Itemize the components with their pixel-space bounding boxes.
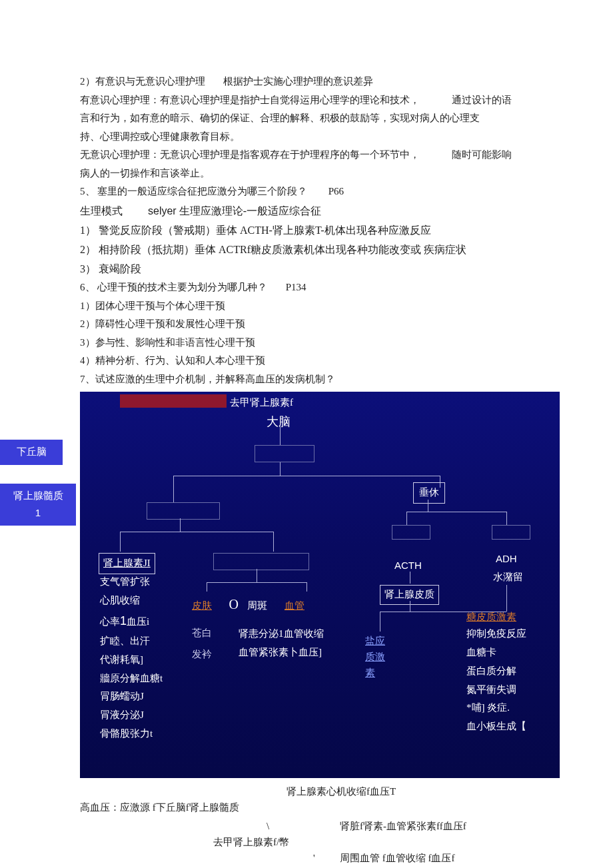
tag-number: 1 <box>5 504 71 522</box>
mid-row: 皮肤 O 周斑 血管 <box>192 593 305 616</box>
connector-line <box>120 532 273 532</box>
text: 苍白 <box>192 625 212 642</box>
page-ref: P134 <box>286 282 306 292</box>
slash-icon: \ <box>267 818 269 835</box>
red-bar-icon <box>120 394 227 408</box>
text: 7、试述应激的生理中介机制，并解释高血压的发病机制？ <box>80 374 335 384</box>
text: 6、 心理干预的技术主要为划分为哪几种？ <box>80 282 267 292</box>
paragraph: 言和行为，如有意的暗示、确切的保证、合理的解释、积极的鼓励等，实现对病人的心理支 <box>80 110 560 127</box>
box-small-right <box>492 525 530 540</box>
text: 肾上腺素心机收缩f血压T <box>287 783 396 801</box>
text: 大脑 <box>267 415 291 428</box>
label-glucocorticoid: 糖皮质激素 <box>466 609 516 626</box>
tag-hypothalamus: 下丘脑 <box>0 440 63 465</box>
text: 2）有意识与无意识心理护理 <box>80 76 205 87</box>
quote-icon: ' <box>313 850 315 867</box>
stress-diagram-wrapper: 下丘脑 肾上腺髓质 1 去甲肾上腺素f 大脑 垂休 <box>80 392 560 778</box>
question-7: 7、试述应激的生理中介机制，并解释高血压的发病机制？ <box>80 371 560 388</box>
label-water-retention: 水潴留 <box>493 569 523 586</box>
connector-line <box>406 512 407 525</box>
box-adrenaline: 肾上腺素JI <box>99 553 155 574</box>
text: 扩睦、出汗 <box>100 632 163 651</box>
page-ref: P66 <box>328 186 344 197</box>
connector-line <box>506 512 507 525</box>
mid-col-lines: 肾恚分泌1血管收缩 血管紧张素卜血压] <box>239 625 324 662</box>
text: 3）参与性、影响性和非语言性心理干预 <box>80 337 255 348</box>
question-6: 6、 心理干预的技术主要为划分为哪几种？ P134 <box>80 279 560 296</box>
digit: 1 <box>120 614 127 628</box>
text: 血糖卡 <box>466 644 526 662</box>
after-diagram-block: 肾上腺素心机收缩f血压T 高血压：应激源 f下丘脑f肾上腺髓质 \ 肾脏f肾素-… <box>80 783 560 868</box>
connector-line <box>410 572 410 584</box>
text: 周围血管 f血管收缩 f血压f <box>340 850 455 867</box>
paragraph: 无意识心理护理：无意识心理护理是指客观存在于护理程序的每一个环节中， 随时可能影… <box>80 147 560 164</box>
text: 去甲肾上腺素f/幣 <box>213 834 289 851</box>
connector-line <box>120 532 121 552</box>
formula-line-4: ' 周围血管 f血管收缩 f血压f <box>80 850 560 866</box>
tag-adrenal-medulla: 肾上腺髓质 1 <box>0 484 76 526</box>
label-brain: 大脑 <box>267 412 291 432</box>
text: 代谢耗氧] <box>100 651 163 669</box>
text: 去甲肾上腺素f <box>230 397 293 408</box>
paragraph: 病人的一切操作和言谈举止。 <box>80 165 560 183</box>
mid-col-pale: 苍白 发衿 <box>192 625 212 663</box>
text: 通过设计的语 <box>452 95 512 105</box>
left-list: 支气管扩张 心肌收缩 心率1血压i 扩睦、出汗 代谢耗氧] 牆原分解血糖t 冐肠… <box>100 573 163 743</box>
connector-line <box>280 426 281 445</box>
text: 持、心理调控或心理健康教育目标。 <box>80 131 240 142</box>
text: 有意识心理护理：有意识心理护理是指护士自觉得运用心理学的理论和技术， <box>80 95 420 105</box>
connector-line <box>207 582 207 592</box>
text: 肾恚分泌1血管收缩 <box>239 625 324 644</box>
tag-label: 肾上腺髓质 <box>13 490 63 501</box>
connector-line <box>280 462 281 476</box>
text: 冐肠蠕动J <box>100 687 163 706</box>
box-pituitary: 垂休 <box>413 482 445 504</box>
text: 5、 塞里的一般适应综合征把应激分为哪三个阶段？ <box>80 186 307 197</box>
box-hypothalamus <box>255 445 314 462</box>
label-adh: ADH <box>496 550 517 568</box>
list-item-3: 3） 衰竭阶段 <box>80 260 560 278</box>
text: 氮平衝失调 <box>466 681 526 699</box>
text: *哺] 炎症. <box>466 699 526 717</box>
text: 血管紧张素卜血压] <box>239 644 324 662</box>
box-mid-left <box>147 502 220 520</box>
text: 1） 警觉反应阶段（警戒期）垂体 ACTH-肾上腺素T-机体出现各种应激反应 <box>80 224 431 236</box>
stress-diagram: 去甲肾上腺素f 大脑 垂休 <box>80 392 560 778</box>
list-item: 2）障碍性心理干预和发展性心理干预 <box>80 316 560 333</box>
connector-line <box>380 612 380 632</box>
paragraph: 有意识心理护理：有意识心理护理是指护士自觉得运用心理学的理论和技术， 通过设计的… <box>80 92 560 109</box>
text: 盐应 <box>365 633 385 649</box>
label-noradrenaline: 去甲肾上腺素f <box>230 394 293 412</box>
connector-line <box>410 601 410 612</box>
text: 骨骼股张力t <box>100 725 163 743</box>
text: 血压i <box>127 616 149 627</box>
text: 垂休 <box>419 487 439 498</box>
text: 肾上腺素JI <box>103 558 151 568</box>
list-item: 4）精神分析、行为、认知和人本心理干预 <box>80 352 560 370</box>
text: 生理模式 <box>80 205 123 217</box>
list-item-1: 1） 警觉反应阶段（警戒期）垂体 ACTH-肾上腺素T-机体出现各种应激反应 <box>80 221 560 239</box>
list-item: 1）团体心理干预与个体心理干预 <box>80 298 560 315</box>
list-item: 3）参与性、影响性和非语言性心理干预 <box>80 334 560 352</box>
box-mid-empty <box>213 553 309 570</box>
paragraph: 持、心理调控或心理健康教育目标。 <box>80 129 560 146</box>
connector-line <box>406 512 506 512</box>
text: 肾上腺皮质 <box>384 589 434 600</box>
text: 2） 相持阶段（抵抗期）垂体 ACTRf糖皮质激素机体出现各种功能改变或 疾病症… <box>80 244 466 255</box>
text: 血小板生成【 <box>466 717 526 736</box>
label-zhouban: 周斑 <box>247 600 267 611</box>
text-row: 心率1血压i <box>100 610 163 632</box>
text: ACTH <box>394 560 422 571</box>
label-skin: 皮肤 <box>192 600 212 611</box>
connector-line <box>257 569 257 582</box>
text: 生理应激理论-一般适应综合征 <box>179 205 321 217</box>
text: 4）精神分析、行为、认知和人本心理干预 <box>80 355 265 366</box>
text: 蛋白质分解 <box>466 662 526 681</box>
tag-label: 下丘脑 <box>17 446 47 457</box>
question-5: 5、 塞里的一般适应综合征把应激分为哪三个阶段？ P66 <box>80 183 560 201</box>
text: 言和行为，如有意的暗示、确切的保证、合理的解释、积极的鼓励等，实现对病人的心理支 <box>80 113 480 123</box>
text: 无意识心理护理：无意识心理护理是指客观存在于护理程序的每一个环节中， <box>80 149 420 160</box>
connector-line <box>180 518 181 532</box>
text: 质激 <box>365 649 385 665</box>
text: 水潴留 <box>493 572 523 582</box>
